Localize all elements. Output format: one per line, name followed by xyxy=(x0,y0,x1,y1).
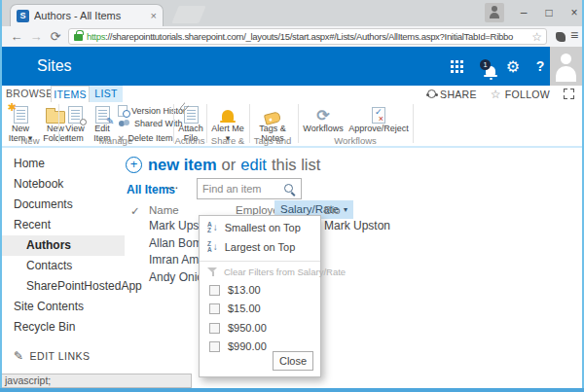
sidebar-item-notebook[interactable]: Notebook xyxy=(0,174,125,195)
url-scheme: https xyxy=(87,31,105,42)
app-launcher-icon[interactable] xyxy=(444,47,469,86)
filter-value-option[interactable]: $990.00 xyxy=(209,340,267,352)
shared-with-icon xyxy=(118,119,130,128)
share-button[interactable]: SHARE xyxy=(427,89,477,100)
heading-rest-text: this list xyxy=(272,156,320,174)
heading-or-text: or xyxy=(222,156,237,174)
help-icon: ? xyxy=(536,58,545,74)
filter-checkbox[interactable] xyxy=(209,285,220,296)
browser-tab[interactable]: S Authors - All Items × xyxy=(10,4,164,26)
group-label-manage: Manage xyxy=(60,135,171,146)
chevron-down-icon: ▾ xyxy=(344,200,347,219)
url-text: https://sharepointtutorials.sharepoint.c… xyxy=(87,31,513,42)
sidebar-item-sharepointhostedapp[interactable]: SharePointHostedApp xyxy=(0,276,125,297)
follow-star-icon: ☆ xyxy=(491,88,501,101)
forward-icon[interactable]: → xyxy=(27,28,45,45)
group-label-workflows: Workflows xyxy=(302,135,409,146)
filter-checkbox[interactable] xyxy=(209,323,220,334)
column-header-bio[interactable]: Bio xyxy=(324,204,341,216)
notifications-button[interactable]: 1 xyxy=(471,47,496,86)
browser-window: S Authors - All Items × – □ × ← → ⟳ http… xyxy=(0,0,584,392)
address-bar[interactable]: https://sharepointtutorials.sharepoint.c… xyxy=(68,28,547,45)
plus-circle-icon[interactable]: + xyxy=(126,157,142,173)
filter-value-option[interactable]: $13.00 xyxy=(209,284,261,296)
status-tooltip: javascript; xyxy=(0,374,192,388)
table-cell-bio: Mark Upston xyxy=(324,219,390,232)
approve-reject-icon: ✓ × xyxy=(372,107,385,124)
pencil-icon: ✎ xyxy=(14,349,24,363)
gear-icon: ⚙ xyxy=(506,57,520,76)
window-border xyxy=(0,388,584,392)
reload-icon[interactable]: ⟳ xyxy=(47,28,64,45)
menu-divider xyxy=(200,261,320,262)
edit-links-button[interactable]: ✎ EDIT LINKS xyxy=(14,349,91,363)
share-icon xyxy=(427,89,436,98)
workflows-button[interactable]: ⟳ Workflows xyxy=(302,103,345,134)
search-input[interactable] xyxy=(202,180,280,197)
search-box xyxy=(197,178,302,199)
approve-reject-button[interactable]: ✓ × Approve/Reject xyxy=(347,103,411,134)
sort-largest-option[interactable]: ZA ↓ Largest on Top xyxy=(207,241,295,253)
browser-tab-strip: S Authors - All Items × – □ × xyxy=(0,0,584,26)
group-label-new: New xyxy=(4,135,56,146)
maximize-button[interactable]: □ xyxy=(538,4,560,21)
group-label-actions: Actions xyxy=(173,135,206,146)
sidebar-item-recent[interactable]: Recent xyxy=(0,215,125,235)
https-lock-icon xyxy=(74,34,83,41)
attach-file-icon xyxy=(184,106,199,124)
column-header-name[interactable]: Name xyxy=(149,204,179,216)
ribbon-tab-row: BROWSE ITEMS LIST SHARE ☆ FOLLOW xyxy=(0,86,584,102)
clear-filters-option-disabled: Clear Filters from Salary/Rate xyxy=(207,267,346,277)
alert-me-icon xyxy=(220,110,236,124)
ribbon: ✱ New Item ▾ New Folder New View Item ✎ … xyxy=(0,102,584,148)
tab-items[interactable]: ITEMS xyxy=(51,86,90,102)
view-options-ellipsis[interactable]: ⋯ xyxy=(166,181,179,195)
edit-item-icon: ✎ xyxy=(95,106,110,124)
close-filter-button[interactable]: Close xyxy=(273,351,313,371)
suite-bar-title[interactable]: Sites xyxy=(37,47,72,86)
filter-value-option[interactable]: $950.00 xyxy=(209,322,267,334)
sidebar-item-documents[interactable]: Documents xyxy=(0,195,125,215)
bookmark-star-icon[interactable]: ☆ xyxy=(531,30,542,44)
tab-browse[interactable]: BROWSE xyxy=(6,86,51,102)
page-content: Home Notebook Documents Recent Authors C… xyxy=(0,148,584,388)
grid-icon xyxy=(451,60,463,73)
view-item-icon xyxy=(68,106,83,124)
notification-badge: 1 xyxy=(480,59,491,70)
follow-button[interactable]: ☆ FOLLOW xyxy=(491,88,550,101)
window-border xyxy=(0,0,2,392)
quick-launch-nav: Home Notebook Documents Recent Authors C… xyxy=(0,154,125,338)
select-all-check-icon[interactable]: ✓ xyxy=(130,204,140,218)
settings-button[interactable]: ⚙ xyxy=(500,47,526,86)
new-tab-button[interactable] xyxy=(171,6,205,23)
extension-icon[interactable] xyxy=(556,32,566,42)
close-button[interactable]: × xyxy=(564,4,584,21)
back-icon[interactable]: ← xyxy=(8,28,25,45)
edit-list-link[interactable]: edit xyxy=(240,156,267,174)
salary-filter-dropdown: AZ ↓ Smallest on Top ZA ↓ Largest on Top… xyxy=(199,215,321,377)
browser-menu-icon[interactable]: ≡ xyxy=(570,27,578,43)
filter-checkbox[interactable] xyxy=(209,341,220,352)
sharepoint-favicon-icon: S xyxy=(17,10,29,22)
sidebar-item-authors[interactable]: Authors xyxy=(0,235,125,256)
focus-mode-icon[interactable] xyxy=(564,89,574,99)
sidebar-item-contacts[interactable]: Contacts xyxy=(0,256,125,276)
sort-smallest-option[interactable]: AZ ↓ Smallest on Top xyxy=(207,222,301,233)
sidebar-item-site-contents[interactable]: Site Contents xyxy=(0,297,125,317)
minimize-button[interactable]: – xyxy=(513,4,534,21)
new-item-link[interactable]: new item xyxy=(148,156,217,174)
browser-toolbar: ← → ⟳ https://sharepointtutorials.sharep… xyxy=(0,26,584,47)
tab-list[interactable]: LIST xyxy=(90,86,123,102)
filter-value-option[interactable]: $15.00 xyxy=(209,303,261,314)
tab-title: Authors - All Items xyxy=(34,10,146,21)
url-rest: ://sharepointtutorials.sharepoint.com/_l… xyxy=(105,31,513,42)
browser-profile-icon[interactable] xyxy=(485,3,504,22)
sidebar-item-home[interactable]: Home xyxy=(0,154,125,174)
tab-close-icon[interactable]: × xyxy=(151,10,157,21)
filter-checkbox[interactable] xyxy=(209,303,220,314)
new-item-icon: ✱ xyxy=(14,106,28,124)
user-avatar[interactable] xyxy=(550,47,582,86)
page-title: + new item or edit this list xyxy=(126,156,325,174)
search-icon[interactable] xyxy=(284,184,296,196)
sidebar-item-recycle-bin[interactable]: Recycle Bin xyxy=(0,317,125,338)
